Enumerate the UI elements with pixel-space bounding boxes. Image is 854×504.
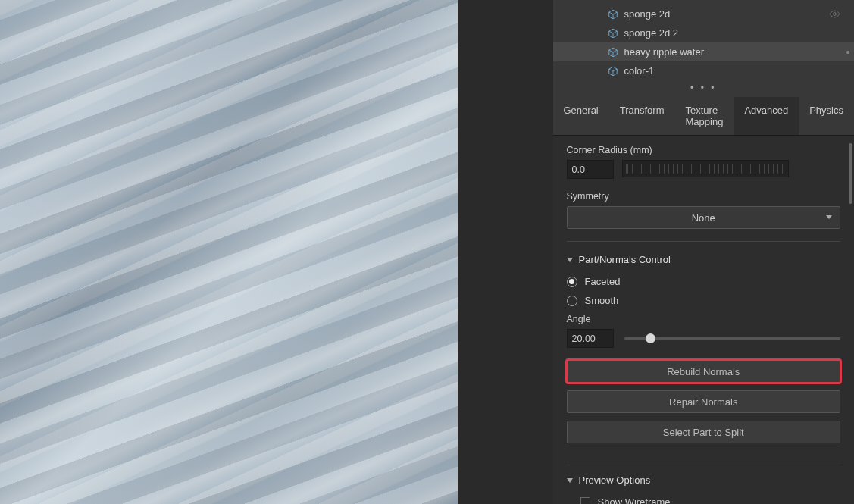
corner-radius-label: Corner Radius (mm) [567, 145, 841, 155]
tab-general[interactable]: General [553, 97, 609, 135]
scrollbar[interactable] [849, 136, 852, 504]
section-title: Preview Options [579, 474, 651, 486]
cube-icon [608, 28, 618, 39]
smooth-label: Smooth [585, 295, 619, 306]
preview-options-section-header[interactable]: Preview Options [567, 474, 841, 486]
divider [567, 462, 841, 462]
section-title: Part/Normals Control [579, 254, 671, 265]
symmetry-label: Symmetry [567, 191, 841, 202]
angle-input[interactable] [567, 329, 614, 348]
rebuild-normals-button[interactable]: Rebuild Normals [567, 360, 841, 383]
radio-icon [567, 277, 577, 287]
part-normals-section-header[interactable]: Part/Normals Control [567, 254, 841, 265]
svg-point-0 [834, 13, 837, 16]
tab-advanced[interactable]: Advanced [734, 97, 799, 135]
slider-thumb[interactable] [646, 333, 655, 343]
tree-item-label: heavy ripple water [624, 46, 705, 58]
tree-item-label: color-1 [624, 65, 655, 77]
tree-item-sponge-2d-2[interactable]: sponge 2d 2 [553, 23, 855, 42]
angle-row: Angle [567, 314, 841, 348]
cube-icon [608, 9, 618, 20]
show-wireframe-checkbox[interactable]: Show Wireframe [580, 496, 841, 504]
tree-item-heavy-ripple-water[interactable]: heavy ripple water [553, 42, 855, 61]
middle-gutter [458, 0, 553, 504]
angle-slider[interactable] [624, 337, 841, 340]
corner-radius-input[interactable] [567, 160, 614, 179]
angle-label: Angle [567, 314, 841, 324]
show-wireframe-label: Show Wireframe [598, 496, 671, 504]
item-menu-dot[interactable] [846, 51, 849, 54]
collapse-triangle-icon [567, 258, 573, 262]
radio-icon [567, 296, 577, 306]
property-tabs: General Transform Texture Mapping Advanc… [553, 97, 855, 136]
symmetry-value: None [692, 212, 715, 224]
scene-tree: sponge 2d sponge 2d 2 heavy ripple water… [553, 0, 855, 80]
tree-item-label: sponge 2d 2 [624, 27, 679, 39]
scrollbar-thumb[interactable] [849, 143, 852, 204]
faceted-label: Faceted [585, 276, 621, 287]
cube-icon [608, 66, 618, 77]
corner-radius-scrubber[interactable] [622, 160, 789, 177]
smooth-radio[interactable]: Smooth [567, 295, 841, 306]
checkbox-icon [580, 497, 590, 504]
collapse-triangle-icon [567, 478, 573, 483]
properties-panel: sponge 2d sponge 2d 2 heavy ripple water… [553, 0, 855, 504]
tree-item-sponge-2d[interactable]: sponge 2d [553, 5, 855, 23]
tree-item-label: sponge 2d [624, 8, 671, 20]
select-part-to-split-button[interactable]: Select Part to Split [567, 421, 841, 443]
advanced-properties: Corner Radius (mm) Symmetry None Part/No… [553, 136, 855, 504]
tab-texture-mapping[interactable]: Texture Mapping [675, 97, 734, 135]
tab-transform[interactable]: Transform [609, 97, 675, 135]
viewport-3d[interactable] [0, 0, 458, 504]
tab-physics[interactable]: Physics [799, 97, 854, 135]
symmetry-row: Symmetry None [567, 191, 841, 229]
visibility-eye-icon[interactable] [829, 8, 840, 22]
faceted-radio[interactable]: Faceted [567, 276, 841, 287]
tree-item-color-1[interactable]: color-1 [553, 61, 855, 80]
repair-normals-button[interactable]: Repair Normals [567, 390, 841, 413]
panel-splitter-handle[interactable]: • • • [553, 80, 855, 97]
divider [567, 241, 841, 242]
chevron-down-icon [826, 215, 832, 219]
corner-radius-row: Corner Radius (mm) [567, 145, 841, 179]
symmetry-dropdown[interactable]: None [567, 206, 841, 229]
cube-icon [608, 47, 618, 58]
